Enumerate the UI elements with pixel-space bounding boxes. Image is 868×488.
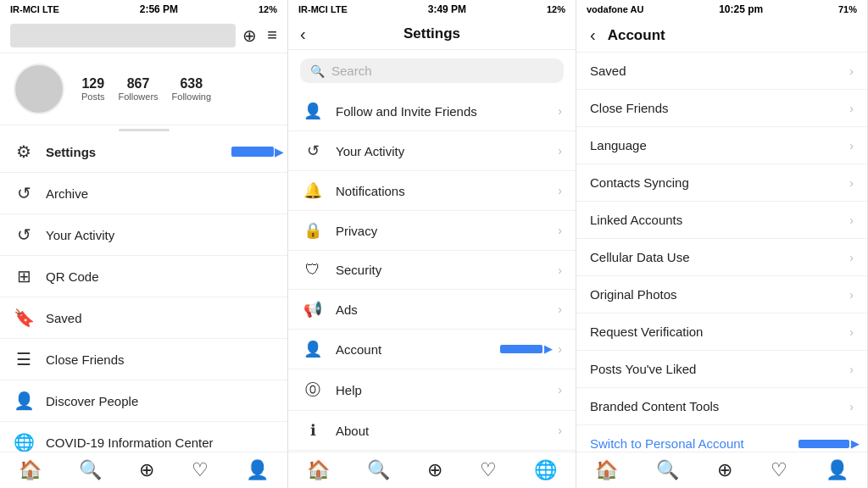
account-item-close-friends[interactable]: Close Friends › bbox=[576, 90, 867, 127]
nav-home-2[interactable]: 🏠 bbox=[307, 459, 330, 481]
settings-item-about[interactable]: ℹ About › bbox=[288, 411, 576, 451]
help-label: Help bbox=[336, 383, 546, 397]
qr-icon: ⊞ bbox=[14, 266, 34, 286]
nav-heart-2[interactable]: ♡ bbox=[480, 459, 497, 481]
nav-add-2[interactable]: ⊕ bbox=[427, 459, 442, 481]
account-item-saved[interactable]: Saved › bbox=[576, 53, 867, 90]
settings-item-privacy[interactable]: 🔒 Privacy › bbox=[288, 211, 576, 251]
account-item-original-photos[interactable]: Original Photos › bbox=[576, 276, 867, 313]
carrier-3: vodafone AU bbox=[587, 4, 643, 14]
nav-globe-2[interactable]: 🌐 bbox=[534, 459, 557, 481]
account-item-branded[interactable]: Branded Content Tools › bbox=[576, 388, 867, 425]
menu-item-settings[interactable]: ⚙ Settings bbox=[0, 131, 287, 173]
your-activity-label: Your Activity bbox=[46, 228, 274, 242]
nav-search-2[interactable]: 🔍 bbox=[367, 459, 390, 481]
contacts-label: Contacts Syncing bbox=[590, 175, 849, 190]
account-item-language[interactable]: Language › bbox=[576, 127, 867, 164]
discover-icon: 👤 bbox=[14, 391, 34, 411]
menu-icon[interactable]: ≡ bbox=[267, 25, 277, 46]
help-icon: ⓪ bbox=[302, 380, 324, 400]
time-2: 3:49 PM bbox=[428, 3, 466, 15]
followers-stat[interactable]: 867 Followers bbox=[119, 76, 159, 102]
help-chevron: › bbox=[558, 383, 562, 396]
privacy-chevron: › bbox=[558, 224, 562, 237]
settings-item-ads[interactable]: 📢 Ads › bbox=[288, 290, 576, 330]
menu-item-discover[interactable]: 👤 Discover People bbox=[0, 380, 287, 422]
about-label: About bbox=[336, 424, 546, 438]
menu-item-your-activity[interactable]: ↺ Your Activity bbox=[0, 214, 287, 256]
account-chevron: › bbox=[558, 342, 562, 356]
settings-item-your-activity[interactable]: ↺ Your Activity › bbox=[288, 131, 576, 171]
settings-item-notifications[interactable]: 🔔 Notifications › bbox=[288, 171, 576, 211]
settings-header: ‹ Settings bbox=[288, 19, 576, 50]
nav-add-3[interactable]: ⊕ bbox=[717, 459, 732, 481]
account-list: Saved › Close Friends › Language › Conta… bbox=[576, 53, 867, 452]
menu-item-covid[interactable]: 🌐 COVID-19 Information Center bbox=[0, 422, 287, 452]
account-item-switch-personal[interactable]: Switch to Personal Account › bbox=[576, 425, 867, 452]
account-back-button[interactable]: ‹ bbox=[590, 25, 596, 45]
switch-personal-label: Switch to Personal Account bbox=[590, 436, 792, 451]
covid-icon: 🌐 bbox=[14, 432, 34, 452]
following-count: 638 bbox=[172, 76, 211, 92]
nav-home-1[interactable]: 🏠 bbox=[19, 459, 42, 481]
nav-home-3[interactable]: 🏠 bbox=[595, 459, 618, 481]
bottom-nav-1: 🏠 🔍 ⊕ ♡ 👤 bbox=[0, 452, 287, 488]
posts-count: 129 bbox=[81, 76, 105, 92]
settings-back-button[interactable]: ‹ bbox=[300, 25, 306, 44]
verification-label: Request Verification bbox=[590, 324, 849, 339]
account-item-cellular[interactable]: Cellular Data Use › bbox=[576, 239, 867, 276]
status-bar-3: vodafone AU 10:25 pm 71% bbox=[576, 0, 867, 19]
settings-item-security[interactable]: 🛡 Security › bbox=[288, 251, 576, 290]
branded-chevron: › bbox=[849, 400, 854, 413]
nav-search-3[interactable]: 🔍 bbox=[656, 459, 679, 481]
add-post-icon[interactable]: ⊕ bbox=[242, 25, 257, 46]
carrier-1: IR-MCI LTE bbox=[10, 4, 59, 14]
menu-item-archive[interactable]: ↺ Archive bbox=[0, 173, 287, 214]
ads-chevron: › bbox=[558, 302, 562, 316]
nav-search-1[interactable]: 🔍 bbox=[79, 459, 102, 481]
settings-item-help[interactable]: ⓪ Help › bbox=[288, 369, 576, 411]
following-stat[interactable]: 638 Following bbox=[172, 76, 211, 102]
close-friends-chevron: › bbox=[849, 102, 854, 115]
archive-icon: ↺ bbox=[14, 183, 34, 203]
posts-stat[interactable]: 129 Posts bbox=[81, 76, 105, 102]
username-bar bbox=[10, 24, 236, 47]
your-activity-chevron: › bbox=[558, 144, 562, 158]
nav-profile-1[interactable]: 👤 bbox=[246, 459, 269, 481]
cellular-label: Cellular Data Use bbox=[590, 250, 849, 264]
nav-add-1[interactable]: ⊕ bbox=[139, 459, 154, 481]
account-item-verification[interactable]: Request Verification › bbox=[576, 313, 867, 351]
close-friends-icon: ☰ bbox=[14, 349, 34, 369]
search-input[interactable]: Search bbox=[331, 64, 554, 78]
nav-heart-1[interactable]: ♡ bbox=[192, 459, 209, 481]
following-label: Following bbox=[172, 92, 211, 102]
posts-label: Posts bbox=[81, 92, 105, 102]
followers-label: Followers bbox=[119, 92, 159, 102]
p1-header: ⊕ ≡ bbox=[0, 19, 287, 53]
account-item-linked[interactable]: Linked Accounts › bbox=[576, 202, 867, 239]
panel-profile: IR-MCI LTE 2:56 PM 12% ⊕ ≡ 129 Posts 867… bbox=[0, 0, 288, 488]
search-bar[interactable]: 🔍 Search bbox=[300, 58, 564, 83]
menu-item-qr-code[interactable]: ⊞ QR Code bbox=[0, 256, 287, 297]
menu-item-saved[interactable]: 🔖 Saved bbox=[0, 297, 287, 339]
menu-item-close-friends[interactable]: ☰ Close Friends bbox=[0, 339, 287, 380]
panel-settings: IR-MCI LTE 3:49 PM 12% ‹ Settings 🔍 Sear… bbox=[288, 0, 576, 488]
settings-arrow bbox=[231, 147, 274, 157]
privacy-label: Privacy bbox=[336, 224, 546, 238]
nav-profile-3[interactable]: 👤 bbox=[826, 459, 849, 481]
account-item-posts-liked[interactable]: Posts You've Liked › bbox=[576, 351, 867, 388]
cellular-chevron: › bbox=[849, 251, 854, 264]
about-chevron: › bbox=[558, 424, 562, 437]
archive-label: Archive bbox=[46, 186, 274, 201]
saved-icon: 🔖 bbox=[14, 308, 34, 328]
nav-heart-3[interactable]: ♡ bbox=[771, 459, 787, 481]
language-chevron: › bbox=[849, 139, 854, 152]
followers-count: 867 bbox=[119, 76, 159, 92]
follow-invite-chevron: › bbox=[558, 104, 562, 118]
header-icons: ⊕ ≡ bbox=[242, 25, 277, 46]
settings-item-follow-invite[interactable]: 👤 Follow and Invite Friends › bbox=[288, 92, 576, 131]
branded-label: Branded Content Tools bbox=[590, 399, 849, 413]
account-item-contacts[interactable]: Contacts Syncing › bbox=[576, 164, 867, 202]
settings-item-account[interactable]: 👤 Account › bbox=[288, 330, 576, 369]
close-friends-label: Close Friends bbox=[46, 352, 274, 367]
